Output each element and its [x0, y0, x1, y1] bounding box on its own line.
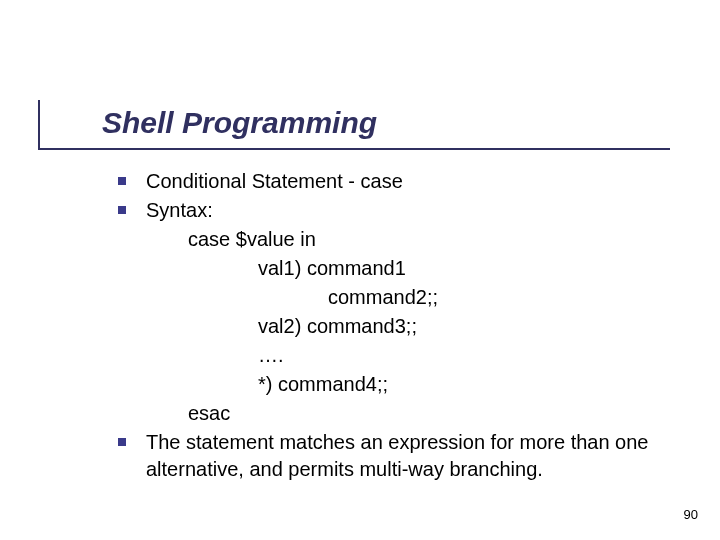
- bullet-item: The statement matches an expression for …: [118, 429, 688, 483]
- code-line: command2;;: [118, 284, 688, 311]
- code-line: ….: [118, 342, 688, 369]
- code-text: command2;;: [328, 286, 438, 308]
- bullet-item: Syntax:: [118, 197, 688, 224]
- code-text: val2) command3;;: [258, 315, 417, 337]
- title-rule-horizontal: [38, 148, 670, 150]
- code-text: case $value in: [188, 228, 316, 250]
- code-text: ….: [258, 344, 284, 366]
- bullet-text: Conditional Statement - case: [146, 170, 403, 192]
- slide: Shell Programming Conditional Statement …: [0, 0, 720, 540]
- bullet-text: Syntax:: [146, 199, 213, 221]
- code-text: *) command4;;: [258, 373, 388, 395]
- code-line: *) command4;;: [118, 371, 688, 398]
- bullet-text: The statement matches an expression for …: [146, 431, 649, 480]
- code-text: esac: [188, 402, 230, 424]
- code-line: val1) command1: [118, 255, 688, 282]
- code-text: val1) command1: [258, 257, 406, 279]
- code-line: case $value in: [118, 226, 688, 253]
- code-line: val2) command3;;: [118, 313, 688, 340]
- code-line: esac: [118, 400, 688, 427]
- slide-body: Conditional Statement - case Syntax: cas…: [118, 168, 688, 485]
- page-number: 90: [684, 507, 698, 522]
- title-rule-vertical: [38, 100, 40, 150]
- slide-title: Shell Programming: [102, 106, 377, 140]
- bullet-square-icon: [118, 206, 126, 214]
- title-area: Shell Programming: [102, 106, 377, 140]
- bullet-square-icon: [118, 177, 126, 185]
- bullet-square-icon: [118, 438, 126, 446]
- bullet-item: Conditional Statement - case: [118, 168, 688, 195]
